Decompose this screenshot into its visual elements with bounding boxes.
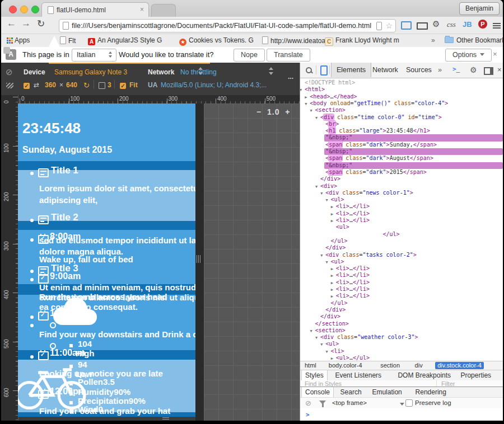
- tree-line[interactable]: ▶<li>…</li>: [300, 265, 503, 272]
- tree-line[interactable]: </ul>: [300, 238, 503, 244]
- bookmarks-overflow-icon[interactable]: »: [431, 36, 435, 44]
- menu-icon[interactable]: [493, 22, 501, 30]
- tree-line[interactable]: </div>: [300, 313, 503, 320]
- ua-value[interactable]: Mozilla/5.0 (Linux; U; Android 4.3;...: [161, 81, 267, 89]
- tree-line[interactable]: ▼<li>: [300, 348, 503, 355]
- maximize-window-button[interactable]: [31, 6, 39, 13]
- tab-close-icon[interactable]: ×: [140, 6, 144, 13]
- tree-line[interactable]: ▶<li>…</li>: [300, 272, 503, 279]
- tree-line[interactable]: "&nbsp;": [300, 148, 503, 155]
- block-icon[interactable]: ⊘: [6, 67, 13, 77]
- more-options[interactable]: ...: [288, 73, 293, 81]
- tree-line[interactable]: ▼<div class="tasks color-2">: [300, 252, 503, 258]
- tree-line[interactable]: "&nbsp;": [300, 134, 503, 141]
- tree-line[interactable]: ▶<li>…</li>: [300, 210, 503, 217]
- tree-line[interactable]: "&nbsp;": [300, 162, 503, 169]
- tree-line[interactable]: <h1 class="large">23:45:48</h1>: [300, 128, 503, 134]
- tree-line[interactable]: ▼<div>: [300, 183, 503, 190]
- close-devtools-icon[interactable]: ×: [497, 65, 502, 74]
- close-window-button[interactable]: [9, 6, 17, 13]
- clear-console-icon[interactable]: ⊘: [305, 399, 311, 407]
- viewport-resize-handle-right[interactable]: [198, 255, 199, 263]
- back-button[interactable]: ←: [7, 18, 16, 29]
- size-checkbox[interactable]: ✓: [24, 83, 30, 89]
- device-select[interactable]: Samsung Galaxy Note 3: [54, 68, 127, 76]
- sidebar-tab-dom-breakpoints[interactable]: DOM Breakpoints: [394, 370, 454, 380]
- console-tab-console[interactable]: Console: [301, 387, 334, 398]
- bookmark-item[interactable]: ★Cookies vs Tokens. G: [179, 36, 254, 46]
- browser-tab[interactable]: flatUI-demo.html ×: [41, 2, 149, 17]
- settings-gear-icon[interactable]: ⚙: [470, 65, 477, 74]
- tree-line[interactable]: ▶<li>…</li>: [300, 217, 503, 224]
- tree-line[interactable]: ▶<li>…</li>: [300, 286, 503, 293]
- tree-line[interactable]: </div>: [300, 307, 503, 313]
- rotate-icon[interactable]: ⇄: [34, 81, 39, 89]
- frame-select[interactable]: <top frame>: [332, 399, 367, 406]
- preserve-log-checkbox[interactable]: [405, 399, 413, 407]
- dpr-value[interactable]: 3: [108, 81, 111, 89]
- tab-network[interactable]: Network: [367, 63, 403, 77]
- tree-line[interactable]: </div>: [300, 244, 503, 251]
- filter-placeholder[interactable]: Filter: [441, 380, 455, 387]
- minimize-window-button[interactable]: [20, 6, 28, 13]
- zoom-control[interactable]: − 1.0 +: [256, 107, 290, 116]
- tree-line[interactable]: <!DOCTYPE html>: [300, 79, 503, 86]
- tree-line[interactable]: </section>: [300, 321, 503, 327]
- address-bar[interactable]: file:///Users/benjaminscottlagrone/Docum…: [59, 19, 396, 32]
- console-tab-search[interactable]: Search: [337, 387, 365, 398]
- console-tab-rendering[interactable]: Rendering: [412, 387, 450, 398]
- jb-extension-icon[interactable]: JB: [463, 20, 472, 29]
- tree-line[interactable]: ▶<li>…</li>: [300, 203, 503, 210]
- tree-line[interactable]: ▼<body onload="getTime()" class="color-4…: [300, 100, 503, 107]
- tree-line[interactable]: ▼<ul>: [300, 196, 503, 203]
- tree-line[interactable]: <span class="dark">August</span>: [300, 155, 503, 162]
- gear-extension-icon[interactable]: ⚙: [432, 19, 440, 29]
- fit-checkbox[interactable]: ✓: [120, 83, 126, 89]
- elements-tree[interactable]: <!DOCTYPE html>▼<html>▶<head>…</head>▼<b…: [300, 78, 503, 361]
- apps-shortcut[interactable]: Apps: [7, 36, 30, 44]
- ruler-extension-icon[interactable]: [417, 22, 428, 30]
- network-select[interactable]: No throttling: [180, 68, 217, 76]
- breadcrumb-item[interactable]: html: [305, 362, 316, 369]
- tree-line[interactable]: ▼<div class="weather color-3">: [300, 334, 503, 341]
- tree-line[interactable]: <ul>: [300, 224, 503, 230]
- tree-line[interactable]: ▼<section>: [300, 327, 503, 334]
- tree-line[interactable]: ▶<head>…</head>: [300, 93, 503, 100]
- breadcrumb-item[interactable]: body.color-4: [329, 362, 362, 369]
- device-mode-icon[interactable]: [320, 65, 328, 76]
- tree-line[interactable]: </div>: [300, 176, 503, 182]
- zoom-in-icon[interactable]: +: [285, 107, 290, 116]
- sidebar-tab-event-listeners[interactable]: Event Listeners: [332, 370, 385, 380]
- mobile-icon[interactable]: [376, 22, 382, 30]
- tree-line[interactable]: </ul>: [300, 231, 503, 238]
- device-height[interactable]: 640: [66, 81, 77, 89]
- css-extension-icon[interactable]: css: [447, 20, 456, 29]
- translate-button[interactable]: Translate: [267, 49, 310, 62]
- dock-side-icon[interactable]: [484, 67, 493, 75]
- network-select-carets-icon[interactable]: [269, 67, 273, 75]
- find-styles-placeholder[interactable]: Find in Styles: [305, 380, 342, 387]
- frame-select-caret-icon[interactable]: [400, 403, 404, 406]
- tree-line[interactable]: ▶<li>…</li>: [300, 293, 503, 299]
- bookmark-star-icon[interactable]: ☆: [385, 20, 393, 32]
- new-tab-button[interactable]: [151, 4, 176, 17]
- viewport-resize-handle-bottom[interactable]: [162, 417, 169, 418]
- breadcrumb-item[interactable]: section: [380, 362, 400, 369]
- tab-sources[interactable]: Sources: [401, 63, 437, 77]
- bookmark-item[interactable]: http://www.ideatoap: [262, 36, 329, 45]
- forward-button[interactable]: →: [21, 18, 31, 29]
- console-drawer-icon[interactable]: >_: [452, 65, 460, 73]
- tree-line[interactable]: <br>: [300, 121, 503, 128]
- device-width[interactable]: 360: [45, 81, 56, 89]
- reload-button[interactable]: ↻: [37, 18, 45, 30]
- tab-elements[interactable]: Elements: [331, 63, 371, 77]
- language-select[interactable]: Italian: [72, 49, 116, 62]
- tree-line[interactable]: ▼<html>: [300, 86, 503, 93]
- bookmark-item[interactable]: Flt: [60, 36, 76, 45]
- tree-line[interactable]: <span class="dark">2015</span>: [300, 169, 503, 176]
- search-icon[interactable]: [306, 67, 312, 73]
- options-button[interactable]: Options: [445, 49, 492, 62]
- pinterest-extension-icon[interactable]: P: [478, 20, 487, 29]
- nope-button[interactable]: Nope: [234, 49, 265, 62]
- breadcrumb-item-selected[interactable]: div.stock.color-4: [435, 362, 484, 369]
